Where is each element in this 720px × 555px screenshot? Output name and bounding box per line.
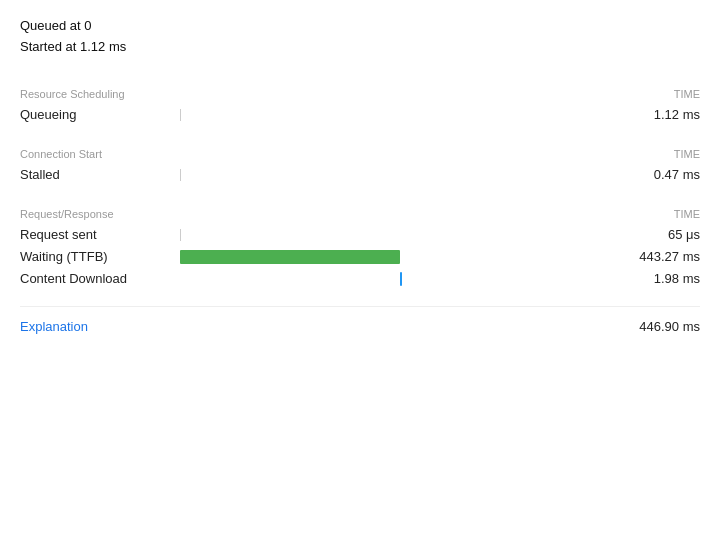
blue-bar-content xyxy=(400,272,402,286)
row-stalled: Stalled 0.47 ms xyxy=(20,164,700,186)
value-queueing: 1.12 ms xyxy=(610,104,700,126)
spacer-2 xyxy=(20,186,700,194)
row-content-download: Content Download 1.98 ms xyxy=(20,268,700,290)
value-ttfb: 443.27 ms xyxy=(610,246,700,268)
section-label-resource: Resource Scheduling xyxy=(20,74,180,104)
total-time-value: 446.90 ms xyxy=(639,319,700,334)
label-queueing: Queueing xyxy=(20,104,180,126)
label-request-sent: Request sent xyxy=(20,224,180,246)
value-stalled: 0.47 ms xyxy=(610,164,700,186)
row-request-sent: Request sent 65 μs xyxy=(20,224,700,246)
bar-ttfb xyxy=(180,246,610,268)
time-header-connection: TIME xyxy=(610,134,700,164)
section-label-connection: Connection Start xyxy=(20,134,180,164)
label-ttfb: Waiting (TTFB) xyxy=(20,246,180,268)
label-stalled: Stalled xyxy=(20,164,180,186)
tick-stalled xyxy=(180,169,181,181)
section-label-request: Request/Response xyxy=(20,194,180,224)
queued-line: Queued at 0 xyxy=(20,16,700,37)
time-header-request: TIME xyxy=(610,194,700,224)
bar-request-sent xyxy=(180,224,610,246)
footer: Explanation 446.90 ms xyxy=(20,306,700,334)
bar-queueing xyxy=(180,104,610,126)
section-header-resource: Resource Scheduling TIME xyxy=(20,74,700,104)
label-content-download: Content Download xyxy=(20,268,180,290)
section-header-request: Request/Response TIME xyxy=(20,194,700,224)
value-content-download: 1.98 ms xyxy=(610,268,700,290)
explanation-link[interactable]: Explanation xyxy=(20,319,88,334)
tick-request-sent xyxy=(180,229,181,241)
value-request-sent: 65 μs xyxy=(610,224,700,246)
green-bar-ttfb xyxy=(180,250,400,264)
started-line: Started at 1.12 ms xyxy=(20,37,700,58)
summary-section: Queued at 0 Started at 1.12 ms xyxy=(20,16,700,58)
section-header-connection: Connection Start TIME xyxy=(20,134,700,164)
spacer-1 xyxy=(20,126,700,134)
row-ttfb: Waiting (TTFB) 443.27 ms xyxy=(20,246,700,268)
bar-stalled xyxy=(180,164,610,186)
bar-content-download xyxy=(180,268,610,290)
timing-table: Resource Scheduling TIME Queueing 1.12 m… xyxy=(20,74,700,290)
time-header-resource: TIME xyxy=(610,74,700,104)
row-queueing: Queueing 1.12 ms xyxy=(20,104,700,126)
tick-queueing xyxy=(180,109,181,121)
